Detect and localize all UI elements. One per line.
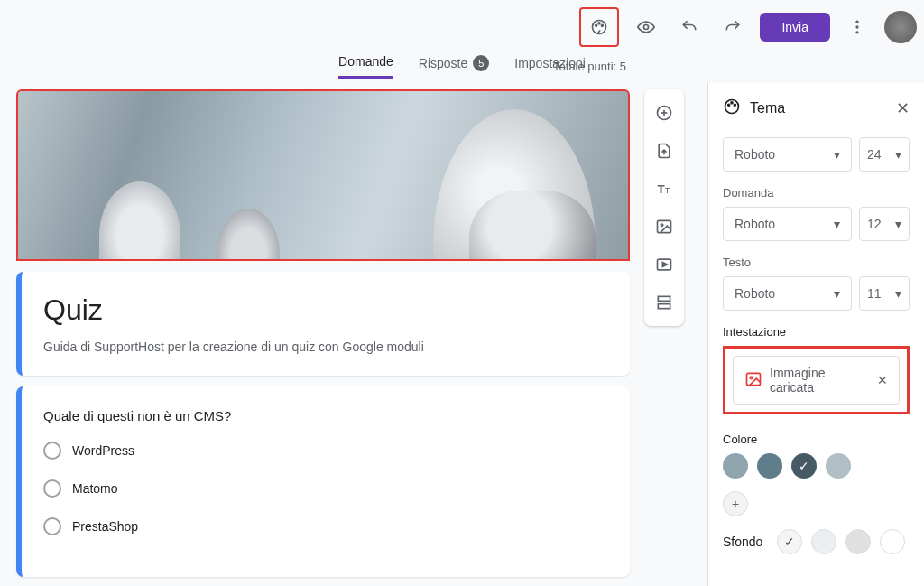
svg-point-3 — [602, 24, 604, 26]
question-size-select[interactable]: 12 ▾ — [859, 207, 910, 241]
panel-title-text: Tema — [750, 100, 785, 116]
question-text[interactable]: Quale di questi non è un CMS? — [43, 408, 608, 423]
undo-icon[interactable] — [673, 11, 706, 43]
chevron-down-icon: ▾ — [895, 286, 901, 301]
chevron-down-icon: ▾ — [895, 217, 901, 231]
image-icon — [744, 370, 762, 391]
side-toolbar: TT — [644, 89, 684, 326]
svg-point-4 — [644, 25, 649, 30]
chevron-down-icon: ▾ — [834, 147, 840, 162]
close-icon[interactable]: ✕ — [896, 98, 910, 118]
total-points: Totale punti: 5 — [553, 60, 626, 73]
svg-rect-18 — [658, 304, 670, 309]
header-image[interactable] — [16, 89, 630, 261]
form-title[interactable]: Quiz — [43, 293, 608, 327]
remove-image-icon[interactable]: ✕ — [877, 373, 888, 387]
tab-responses[interactable]: Risposte 5 — [419, 55, 489, 79]
tab-responses-label: Risposte — [419, 56, 467, 70]
option-row[interactable]: WordPress — [43, 442, 608, 460]
form-description[interactable]: Guida di SupportHost per la creazione di… — [43, 340, 608, 354]
tabs: Domande Risposte 5 Impostazioni Totale p… — [0, 54, 924, 79]
preview-icon[interactable] — [630, 11, 662, 43]
header-font-row: Roboto ▾ 24 ▾ — [723, 137, 910, 172]
radio-icon[interactable] — [43, 479, 61, 498]
bg-swatch[interactable] — [845, 529, 871, 554]
svg-point-22 — [734, 104, 735, 106]
bg-label: Sfondo — [723, 535, 762, 549]
radio-icon[interactable] — [43, 442, 61, 460]
send-button[interactable]: Invia — [760, 13, 830, 42]
title-card[interactable]: Quiz Guida di SupportHost per la creazio… — [16, 272, 630, 376]
svg-point-2 — [598, 23, 600, 24]
add-question-icon[interactable] — [648, 97, 680, 129]
svg-point-20 — [728, 104, 730, 106]
bg-swatch[interactable] — [880, 529, 905, 554]
background-row: Sfondo ✓ — [723, 529, 910, 554]
text-font-select[interactable]: Roboto ▾ — [723, 276, 852, 311]
header-size-select[interactable]: 24 ▾ — [859, 137, 910, 172]
svg-point-24 — [750, 377, 753, 379]
add-title-icon[interactable]: TT — [648, 172, 680, 205]
color-row: ✓ — [723, 453, 910, 479]
color-swatch[interactable]: ✓ — [791, 453, 817, 479]
image-loaded-chip[interactable]: Immagine caricata ✕ — [733, 356, 900, 405]
theme-panel: Tema ✕ Roboto ▾ 24 ▾ Domanda Roboto ▾ 12… — [707, 83, 924, 586]
color-swatch[interactable] — [757, 453, 782, 479]
svg-rect-17 — [658, 296, 670, 301]
text-font-row: Roboto ▾ 11 ▾ — [723, 276, 910, 311]
svg-point-6 — [855, 25, 858, 28]
palette-icon[interactable] — [583, 11, 615, 43]
svg-point-1 — [596, 24, 597, 26]
chevron-down-icon: ▾ — [834, 286, 840, 301]
radio-icon[interactable] — [43, 517, 61, 535]
header-font-select[interactable]: Roboto ▾ — [723, 137, 852, 172]
question-font-row: Roboto ▾ 12 ▾ — [723, 207, 910, 241]
import-question-icon[interactable] — [648, 135, 680, 167]
header-section-label: Intestazione — [723, 325, 910, 339]
svg-point-7 — [855, 31, 858, 33]
more-icon[interactable] — [841, 11, 873, 43]
question-card[interactable]: Quale di questi non è un CMS? WordPress … — [16, 386, 630, 577]
panel-header: Tema ✕ — [723, 98, 910, 119]
add-video-icon[interactable] — [648, 248, 680, 281]
top-toolbar: Invia — [579, 7, 917, 47]
add-section-icon[interactable] — [648, 286, 680, 319]
chevron-down-icon: ▾ — [895, 147, 901, 162]
avatar[interactable] — [884, 11, 917, 43]
color-swatch[interactable] — [723, 453, 748, 479]
option-label[interactable]: WordPress — [72, 443, 134, 458]
form-column: Quiz Guida di SupportHost per la creazio… — [16, 89, 630, 577]
svg-text:T: T — [658, 182, 665, 196]
palette-icon — [723, 98, 741, 119]
color-swatch[interactable] — [826, 453, 851, 479]
question-font-select[interactable]: Roboto ▾ — [723, 207, 852, 241]
color-label: Colore — [723, 433, 910, 446]
svg-text:T: T — [665, 186, 670, 195]
svg-point-14 — [661, 224, 663, 227]
palette-highlight — [579, 7, 619, 47]
option-label[interactable]: Matomo — [72, 481, 118, 496]
option-row[interactable]: Matomo — [43, 479, 608, 498]
svg-point-21 — [731, 102, 733, 104]
add-image-icon[interactable] — [648, 210, 680, 243]
option-label[interactable]: PrestaShop — [72, 519, 138, 534]
question-label: Domanda — [723, 186, 910, 200]
bg-swatch[interactable]: ✓ — [777, 529, 802, 554]
text-size-select[interactable]: 11 ▾ — [859, 276, 910, 311]
responses-count-badge: 5 — [473, 55, 489, 71]
bg-swatch[interactable] — [811, 529, 836, 554]
option-row[interactable]: PrestaShop — [43, 517, 608, 535]
text-label: Testo — [723, 256, 910, 269]
image-chip-highlight: Immagine caricata ✕ — [723, 346, 910, 414]
redo-icon[interactable] — [716, 11, 749, 43]
image-chip-label: Immagine caricata — [770, 366, 870, 395]
chevron-down-icon: ▾ — [834, 217, 840, 231]
svg-point-5 — [855, 21, 858, 23]
tab-questions[interactable]: Domande — [338, 54, 393, 79]
panel-title: Tema — [723, 98, 785, 119]
svg-marker-16 — [662, 263, 667, 267]
add-color-button[interactable]: + — [723, 491, 748, 516]
